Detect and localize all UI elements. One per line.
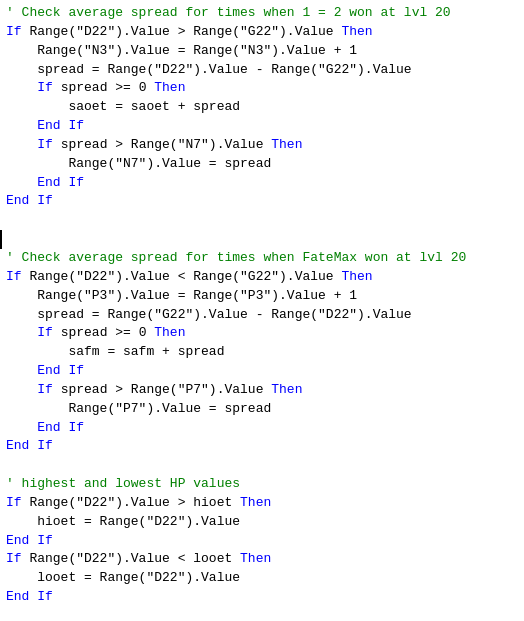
keyword: If	[6, 495, 29, 510]
code-line: looet = Range("D22").Value	[0, 569, 524, 588]
code-line: Range("N3").Value = Range("N3").Value + …	[0, 42, 524, 61]
code-text	[6, 118, 37, 133]
keyword: Then	[154, 80, 185, 95]
code-line: ' Check average spread for times when Fa…	[0, 249, 524, 268]
code-line: End If	[0, 588, 524, 607]
code-editor: ' Check average spread for times when 1 …	[0, 0, 524, 621]
code-line: spread = Range("G22").Value - Range("D22…	[0, 306, 524, 325]
code-text	[6, 363, 37, 378]
keyword: Then	[271, 382, 302, 397]
keyword: Then	[341, 24, 372, 39]
code-line: spread = Range("D22").Value - Range("G22…	[0, 61, 524, 80]
code-text: Range("D22").Value < Range("G22").Value	[29, 269, 341, 284]
code-line: If Range("D22").Value > hioet Then	[0, 494, 524, 513]
code-text	[6, 382, 37, 397]
keyword: Then	[271, 137, 302, 152]
keyword: If	[37, 382, 60, 397]
code-text: Range("D22").Value > Range("G22").Value	[29, 24, 341, 39]
keyword: If	[6, 269, 29, 284]
code-line: If Range("D22").Value > Range("G22").Val…	[0, 23, 524, 42]
code-line: End If	[0, 532, 524, 551]
code-line: Range("N7").Value = spread	[0, 155, 524, 174]
code-text	[6, 175, 37, 190]
code-line: End If	[0, 419, 524, 438]
code-line: End If	[0, 117, 524, 136]
code-line-cursor	[0, 230, 524, 249]
keyword: If	[37, 325, 60, 340]
keyword: Then	[154, 325, 185, 340]
code-line: hioet = Range("D22").Value	[0, 513, 524, 532]
code-text: Range("D22").Value > hioet	[29, 495, 240, 510]
keyword: If	[6, 551, 29, 566]
code-text: Range("D22").Value < looet	[29, 551, 240, 566]
code-line	[0, 211, 524, 230]
code-line: If spread >= 0 Then	[0, 324, 524, 343]
code-line	[0, 456, 524, 475]
code-line: End If	[0, 174, 524, 193]
code-text	[6, 325, 37, 340]
keyword: End If	[37, 118, 84, 133]
code-line: Range("P3").Value = Range("P3").Value + …	[0, 287, 524, 306]
keyword: End If	[37, 420, 84, 435]
code-line: If Range("D22").Value < Range("G22").Val…	[0, 268, 524, 287]
code-line: If spread > Range("P7").Value Then	[0, 381, 524, 400]
keyword: Then	[240, 551, 271, 566]
code-line: End If	[0, 362, 524, 381]
keyword: If	[37, 137, 60, 152]
code-line: If spread >= 0 Then	[0, 79, 524, 98]
code-line: If spread > Range("N7").Value Then	[0, 136, 524, 155]
code-line: ' Check average spread for times when 1 …	[0, 4, 524, 23]
code-line: safm = safm + spread	[0, 343, 524, 362]
code-text: spread >= 0	[61, 80, 155, 95]
keyword: End If	[37, 363, 84, 378]
code-text: spread >= 0	[61, 325, 155, 340]
keyword: Then	[240, 495, 271, 510]
keyword: If	[37, 80, 60, 95]
code-text: spread > Range("P7").Value	[61, 382, 272, 397]
code-line	[0, 607, 524, 621]
code-text	[6, 420, 37, 435]
code-line: End If	[0, 437, 524, 456]
keyword: End If	[37, 175, 84, 190]
code-text: spread > Range("N7").Value	[61, 137, 272, 152]
code-text	[6, 137, 37, 152]
keyword: If	[6, 24, 29, 39]
code-text	[6, 80, 37, 95]
code-line: ' highest and lowest HP values	[0, 475, 524, 494]
code-line: End If	[0, 192, 524, 211]
code-line: Range("P7").Value = spread	[0, 400, 524, 419]
keyword: Then	[341, 269, 372, 284]
code-line: saoet = saoet + spread	[0, 98, 524, 117]
code-line: If Range("D22").Value < looet Then	[0, 550, 524, 569]
